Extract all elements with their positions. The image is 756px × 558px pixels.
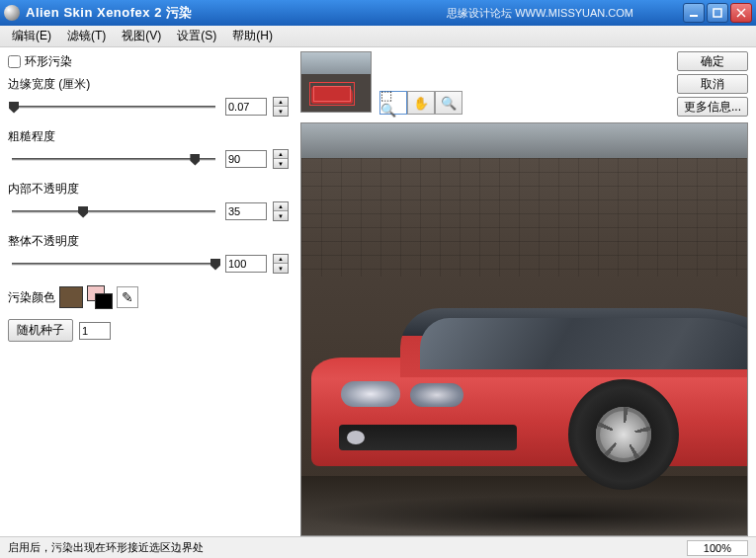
edge-width-input[interactable] xyxy=(225,98,267,116)
controls-panel: 环形污染 边缘宽度 (厘米) ▲▼ 粗糙程度 ▲▼ 内部不透明度 ▲▼ xyxy=(0,47,296,536)
roughness-label: 粗糙程度 xyxy=(8,128,289,145)
hand-tool-icon[interactable]: ✋ xyxy=(407,91,435,115)
ring-stain-checkbox[interactable]: 环形污染 xyxy=(8,53,289,70)
roughness-input[interactable] xyxy=(225,150,267,168)
statusbar: 启用后，污染出现在环形接近选区边界处 100% xyxy=(0,536,756,558)
overall-opacity-slider[interactable] xyxy=(12,263,215,266)
menu-settings[interactable]: 设置(S) xyxy=(171,26,222,46)
spinner-down[interactable]: ▼ xyxy=(274,211,288,220)
inner-opacity-label: 内部不透明度 xyxy=(8,181,289,198)
inner-opacity-slider[interactable] xyxy=(12,210,215,213)
ok-button[interactable]: 确定 xyxy=(677,51,748,71)
status-hint: 启用后，污染出现在环形接近选区边界处 xyxy=(8,540,687,555)
overall-opacity-label: 整体不透明度 xyxy=(8,233,289,250)
slider-thumb[interactable] xyxy=(9,102,19,114)
edge-width-label: 边缘宽度 (厘米) xyxy=(8,76,289,93)
slider-thumb[interactable] xyxy=(210,259,220,271)
ring-stain-input[interactable] xyxy=(8,55,21,68)
edge-width-slider[interactable] xyxy=(12,106,215,109)
menu-view[interactable]: 视图(V) xyxy=(116,26,167,46)
slider-thumb[interactable] xyxy=(190,154,200,166)
stain-color-swatch[interactable] xyxy=(59,286,83,308)
spinner-up[interactable]: ▲ xyxy=(274,98,288,107)
close-button[interactable] xyxy=(730,3,752,23)
menu-help[interactable]: 帮助(H) xyxy=(226,26,279,46)
cancel-button[interactable]: 取消 xyxy=(677,74,748,94)
spinner-down[interactable]: ▼ xyxy=(274,159,288,168)
window-title: Alien Skin Xenofex 2 污染 xyxy=(26,4,447,22)
preview-image xyxy=(311,298,748,496)
roughness-slider[interactable] xyxy=(12,158,215,161)
ring-stain-label: 环形污染 xyxy=(25,53,72,70)
app-icon xyxy=(4,5,20,21)
eyedropper-icon[interactable]: ✎ xyxy=(117,286,138,308)
marquee-tool-icon[interactable]: ⬚ 🔍 xyxy=(379,91,407,115)
stain-color-label: 污染颜色 xyxy=(8,289,55,306)
inner-opacity-input[interactable] xyxy=(225,202,267,220)
maximize-button[interactable] xyxy=(707,3,728,23)
spinner-up[interactable]: ▲ xyxy=(274,202,288,211)
menubar: 编辑(E) 滤镜(T) 视图(V) 设置(S) 帮助(H) xyxy=(0,26,756,47)
thumbnail-navigator[interactable] xyxy=(300,51,372,113)
titlebar: Alien Skin Xenofex 2 污染 思缘设计论坛 WWW.MISSY… xyxy=(0,0,756,26)
zoom-tool-icon[interactable]: 🔍 xyxy=(435,91,462,115)
spinner-down[interactable]: ▼ xyxy=(274,264,288,273)
more-info-button[interactable]: 更多信息... xyxy=(677,97,748,117)
preview-canvas[interactable] xyxy=(300,122,748,536)
spinner-down[interactable]: ▼ xyxy=(274,107,288,116)
minimize-button[interactable] xyxy=(683,3,705,23)
zoom-indicator: 100% xyxy=(687,540,748,556)
fg-bg-swatch[interactable] xyxy=(87,285,113,309)
random-seed-input[interactable] xyxy=(79,322,111,340)
slider-thumb[interactable] xyxy=(78,206,88,218)
thumbnail-selection[interactable] xyxy=(309,82,355,106)
menu-edit[interactable]: 编辑(E) xyxy=(6,26,57,46)
overall-opacity-input[interactable] xyxy=(225,255,267,273)
random-seed-button[interactable]: 随机种子 xyxy=(8,319,73,342)
watermark: 思缘设计论坛 WWW.MISSYUAN.COM xyxy=(447,6,633,21)
spinner-up[interactable]: ▲ xyxy=(274,150,288,159)
spinner-up[interactable]: ▲ xyxy=(274,255,288,264)
menu-filter[interactable]: 滤镜(T) xyxy=(61,26,112,46)
svg-rect-1 xyxy=(714,9,721,17)
